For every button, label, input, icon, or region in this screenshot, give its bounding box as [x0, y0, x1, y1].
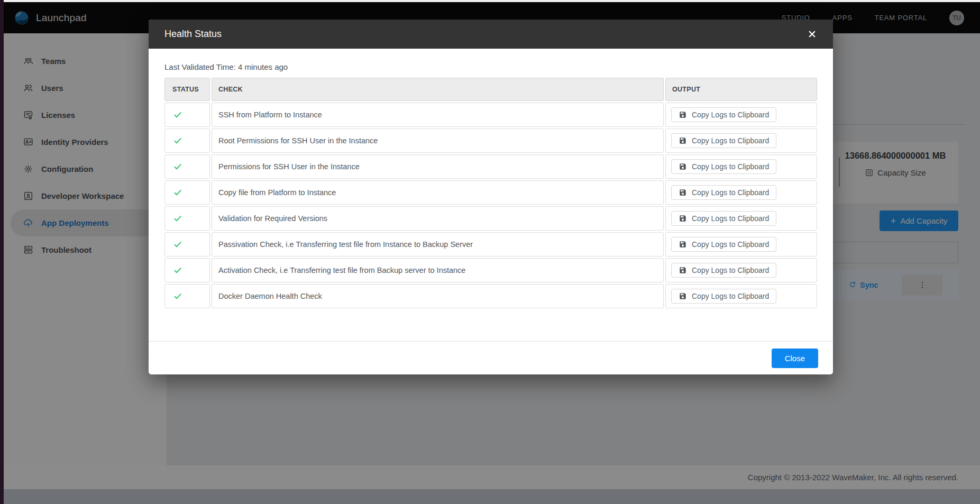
copy-logs-label: Copy Logs to Clipboard [692, 292, 769, 300]
copy-logs-button[interactable]: Copy Logs to Clipboard [671, 289, 776, 304]
status-cell [164, 232, 210, 256]
output-cell: Copy Logs to Clipboard [665, 284, 817, 308]
modal-footer: Close [149, 341, 833, 374]
check-cell: Validation for Required Versions [212, 206, 664, 231]
save-icon [679, 188, 687, 197]
check-icon [173, 291, 182, 301]
save-icon [679, 240, 687, 249]
output-cell: Copy Logs to Clipboard [665, 129, 817, 153]
output-cell: Copy Logs to Clipboard [665, 154, 817, 179]
check-cell: Copy file from Platform to Instance [212, 180, 664, 205]
save-icon [679, 214, 687, 223]
check-cell: SSH from Platform to Instance [212, 103, 664, 127]
column-header-output: OUTPUT [665, 78, 817, 101]
copy-logs-label: Copy Logs to Clipboard [692, 214, 769, 223]
status-cell [164, 206, 210, 231]
check-description: Copy file from Platform to Instance [218, 188, 336, 197]
save-icon [679, 136, 687, 145]
check-cell: Permissions for SSH User in the Instance [212, 154, 664, 179]
top-edge-strip [0, 0, 980, 2]
status-cell [164, 258, 210, 282]
check-icon [173, 188, 182, 197]
output-cell: Copy Logs to Clipboard [665, 258, 817, 282]
check-cell: Root Permissions for SSH User in the Ins… [212, 129, 664, 153]
health-status-modal: Health Status Last Validated Time: 4 min… [149, 20, 833, 374]
check-icon [173, 214, 182, 223]
save-icon [679, 111, 687, 119]
output-cell: Copy Logs to Clipboard [665, 180, 817, 205]
save-icon [679, 162, 687, 171]
output-cell: Copy Logs to Clipboard [665, 206, 817, 231]
close-icon [807, 29, 817, 39]
check-icon [173, 110, 182, 120]
check-description: Passivation Check, i.e Transferring test… [218, 240, 473, 249]
check-description: Validation for Required Versions [218, 214, 327, 223]
status-cell [164, 284, 210, 308]
modal-title: Health Status [164, 29, 222, 40]
check-icon [173, 136, 182, 145]
copy-logs-label: Copy Logs to Clipboard [692, 240, 769, 249]
copy-logs-button[interactable]: Copy Logs to Clipboard [671, 133, 776, 148]
left-edge-strip [0, 0, 4, 504]
copy-logs-label: Copy Logs to Clipboard [692, 111, 769, 119]
save-icon [679, 292, 687, 300]
check-description: Root Permissions for SSH User in the Ins… [218, 136, 378, 145]
copy-logs-button[interactable]: Copy Logs to Clipboard [671, 107, 776, 122]
save-icon [679, 266, 687, 274]
copy-logs-button[interactable]: Copy Logs to Clipboard [671, 159, 776, 174]
copy-logs-button[interactable]: Copy Logs to Clipboard [671, 263, 776, 278]
check-description: Permissions for SSH User in the Instance [218, 162, 360, 171]
modal-header: Health Status [149, 20, 833, 49]
modal-close-button[interactable] [805, 28, 818, 41]
app-window: Launchpad STUDIO APPS TEAM PORTAL TU Tea… [0, 0, 980, 504]
column-header-status: STATUS [164, 78, 210, 101]
check-cell: Activation Check, i.e Transferring test … [212, 258, 664, 282]
copy-logs-label: Copy Logs to Clipboard [692, 266, 769, 274]
output-cell: Copy Logs to Clipboard [665, 103, 817, 127]
column-header-check: CHECK [212, 78, 664, 101]
check-icon [173, 240, 182, 249]
status-cell [164, 129, 210, 153]
check-icon [173, 265, 182, 275]
check-cell: Docker Daemon Health Check [212, 284, 664, 308]
copy-logs-button[interactable]: Copy Logs to Clipboard [671, 211, 776, 226]
copy-logs-label: Copy Logs to Clipboard [692, 162, 769, 171]
check-icon [173, 162, 182, 171]
check-description: SSH from Platform to Instance [218, 111, 322, 119]
last-validated-time: Last Validated Time: 4 minutes ago [164, 61, 817, 72]
check-cell: Passivation Check, i.e Transferring test… [212, 232, 664, 256]
status-cell [164, 180, 210, 205]
copy-logs-button[interactable]: Copy Logs to Clipboard [671, 237, 776, 252]
check-description: Activation Check, i.e Transferring test … [218, 266, 465, 274]
copy-logs-label: Copy Logs to Clipboard [692, 188, 769, 197]
output-cell: Copy Logs to Clipboard [665, 232, 817, 256]
status-cell [164, 103, 210, 127]
copy-logs-button[interactable]: Copy Logs to Clipboard [671, 185, 776, 200]
status-cell [164, 154, 210, 179]
check-description: Docker Daemon Health Check [218, 292, 322, 300]
health-checks-table: STATUSCHECKOUTPUTSSH from Platform to In… [164, 78, 817, 308]
close-button[interactable]: Close [772, 349, 818, 368]
copy-logs-label: Copy Logs to Clipboard [692, 136, 769, 145]
